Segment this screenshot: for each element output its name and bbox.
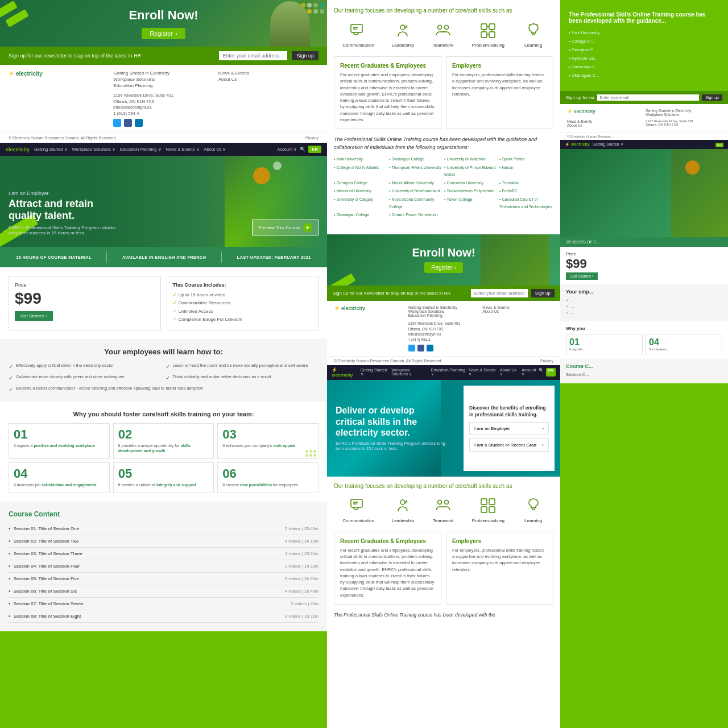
get-started-button[interactable]: Get Started ›	[15, 311, 53, 321]
footer-link-workplace[interactable]: Workplace Solutions	[113, 77, 213, 82]
register-button[interactable]: Register ›	[142, 28, 185, 39]
right-emp-section: Your emp... ✓ ... ✓ ... ✓ ...	[560, 284, 728, 321]
hero-content: Enroll Now! Register ›	[129, 8, 198, 39]
signup-button[interactable]: Sign up	[292, 51, 318, 60]
why-grid: 01 It signals a positive and evolving wo…	[9, 423, 318, 493]
why-number-2: 02	[118, 428, 209, 441]
dot	[305, 450, 308, 453]
nav-logo: electricity	[6, 147, 30, 152]
register-center-button[interactable]: Register ›	[424, 262, 463, 273]
course-item-2[interactable]: • Session 02: Title of Session Two 4 vid…	[9, 535, 318, 548]
center-linkedin-icon[interactable]	[427, 345, 433, 351]
stat-updated: LAST UPDATED: FEBRUARY 2021	[237, 255, 311, 260]
student-button[interactable]: I am a Student or Recent Grad ›	[469, 439, 549, 452]
play-icon: ▶	[303, 223, 312, 232]
skill-teamwork-2: Teamwork	[432, 496, 454, 523]
right-footer-link-1[interactable]: Getting Started in Electricity	[646, 109, 721, 113]
right-course-section: Course C... Session C...	[560, 359, 728, 383]
course-item-3[interactable]: • Session 03: Title of Session Three 4 v…	[9, 548, 318, 560]
center-nav-item-3[interactable]: Education Planning ∨	[431, 368, 465, 377]
center-footer-link-3[interactable]: Education Planning	[408, 313, 479, 317]
nav-about[interactable]: About Us ∨	[204, 147, 226, 152]
nav-education[interactable]: Education Planning ∨	[120, 147, 162, 152]
nav-news[interactable]: News & Events ∨	[166, 147, 200, 152]
svg-line-15	[537, 24, 538, 26]
nav-workplace[interactable]: Workplace Solutions ∨	[72, 147, 115, 152]
center-search-icon-2[interactable]: 🔍	[539, 368, 544, 377]
right-footer-link-2[interactable]: Workplace Solutions	[646, 113, 721, 117]
dot	[313, 450, 316, 453]
newsletter-input[interactable]	[219, 51, 287, 60]
right-why-title: Why you	[566, 326, 722, 331]
right-newsletter-input[interactable]	[597, 94, 699, 101]
learn-section: Your employees will learn how to: ✓ Effe…	[0, 339, 327, 402]
right-footer-links-2: News & Events About Us	[567, 119, 643, 127]
org-calgary: University of Calgary	[334, 196, 388, 210]
footer-social	[113, 119, 173, 127]
course-item-8[interactable]: • Session 08: Title of Session Eight 4 v…	[9, 610, 318, 623]
nav-badge: FR	[308, 146, 321, 153]
course-item-7[interactable]: • Session 07: Title of Session Seven 2 v…	[9, 598, 318, 610]
hero-text-block: I am an Employer Attract and retainquali…	[9, 191, 122, 235]
teamwork-icon-2	[432, 496, 454, 516]
footer-nav-col1: Getting Started in Electricity Workplace…	[113, 71, 213, 88]
center-footer-link-2[interactable]: Workplace Solutions	[408, 309, 479, 313]
employer-label: I am an Employer	[9, 191, 122, 196]
right-course-title: Course C...	[566, 363, 722, 369]
center-footer-link-5[interactable]: About Us	[482, 309, 553, 313]
privacy-link[interactable]: Privacy	[305, 136, 318, 140]
right-nav-item-1[interactable]: Getting Started ∨	[593, 142, 623, 147]
center-nav-account-2[interactable]: Account ∨	[522, 368, 536, 377]
twitter-icon[interactable]	[113, 119, 121, 127]
why-number-6: 06	[222, 468, 313, 480]
right-signup-button[interactable]: Sign up	[702, 94, 722, 101]
course-item-5[interactable]: • Session 05: Title of Session Five 5 vi…	[9, 573, 318, 585]
right-get-started-button[interactable]: Get Started ›	[566, 272, 598, 280]
why-card-6: 06 It creates new possibilities for empl…	[217, 462, 318, 493]
center-newsletter-input[interactable]	[471, 289, 528, 297]
learn-title: Your employees will learn how to:	[9, 348, 318, 356]
nav-search-icon[interactable]: 🔍	[300, 147, 305, 152]
course-bullet-2: •	[9, 538, 11, 544]
price-label: Price	[15, 282, 155, 288]
why-dots	[305, 450, 316, 457]
footer-link-education[interactable]: Education Planning	[113, 83, 213, 88]
right-footer-link-4[interactable]: About Us	[567, 123, 643, 127]
center-privacy-link[interactable]: Privacy	[540, 359, 553, 363]
center-nav-item-4[interactable]: News & Events ∨	[469, 368, 497, 377]
center-nav-right-2: Account ∨ 🔍 FR	[522, 368, 556, 377]
check-icon-2: ✓	[166, 363, 170, 371]
center-nav-item-1[interactable]: Getting Started ∨	[361, 368, 388, 377]
right-footer: ⚡ electricity Getting Started in Electri…	[560, 104, 728, 132]
course-bullet-7: •	[9, 601, 11, 607]
center-nav-item-5[interactable]: About Us ∨	[500, 368, 518, 377]
center-footer-link-4[interactable]: News & Events	[482, 305, 553, 309]
employers-text-2: For employers, professional skills train…	[452, 547, 547, 573]
right-newsletter-label: Sign up for ou	[566, 95, 594, 100]
deliver-hero: Deliver or developcritical skills in the…	[327, 380, 560, 477]
center-footer-link-1[interactable]: Getting Started in Electricity	[408, 305, 479, 309]
footer-link-getting-started[interactable]: Getting Started in Electricity	[113, 71, 213, 76]
center-signup-button[interactable]: Sign up	[531, 289, 555, 297]
learning-icon-2	[522, 496, 545, 516]
course-item-1[interactable]: • Session 01: Title of Session One 5 vid…	[9, 523, 318, 535]
why-card-4: 04 It increases job satisfaction and eng…	[9, 462, 110, 493]
facebook-icon[interactable]	[124, 119, 132, 127]
right-footer-address: 2197 Riverside Drive, Suite 801 Ottawa, …	[646, 119, 721, 127]
center-twitter-icon[interactable]	[408, 345, 415, 351]
nav-account[interactable]: Account ∨	[277, 147, 297, 152]
svg-rect-9	[489, 32, 495, 38]
problem-solving-icon-2	[477, 496, 499, 516]
worker-image	[270, 1, 310, 47]
center-nav-item-2[interactable]: Workplace Solutions ∨	[391, 368, 427, 377]
employer-button[interactable]: I am an Employer ›	[469, 422, 549, 435]
footer-link-news[interactable]: News & Events	[218, 71, 318, 76]
course-item-4[interactable]: • Session 04: Title of Session Four 3 vi…	[9, 560, 318, 573]
footer-link-about[interactable]: About Us	[218, 77, 318, 82]
preview-course-button[interactable]: Preview This Course ▶	[252, 220, 318, 235]
linkedin-icon[interactable]	[135, 119, 143, 127]
course-item-6[interactable]: • Session 06: Title of Session Six 4 vid…	[9, 585, 318, 598]
center-facebook-icon[interactable]	[417, 345, 424, 351]
nav-getting-started[interactable]: Getting Started ∨	[34, 147, 68, 152]
right-footer-link-3[interactable]: News & Events	[567, 119, 643, 123]
